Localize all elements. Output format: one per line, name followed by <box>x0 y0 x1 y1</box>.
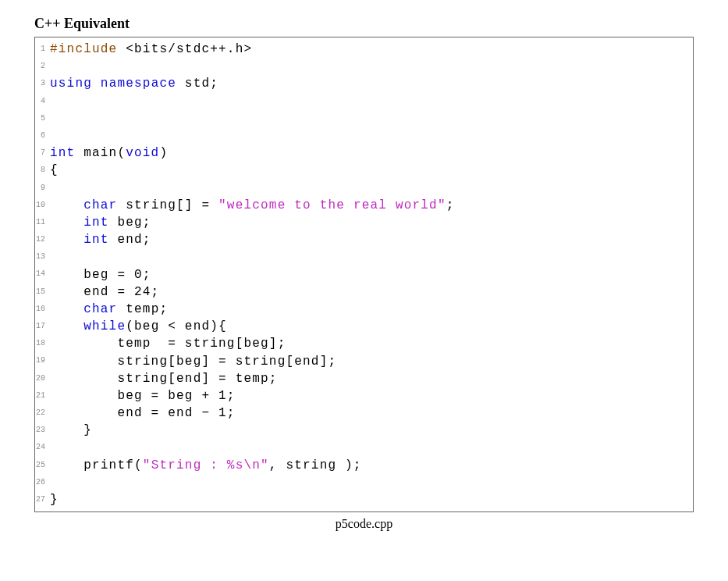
line-number: 4 <box>35 93 45 110</box>
line-number: 5 <box>35 110 45 127</box>
line-number: 6 <box>35 127 45 144</box>
code-area: #include <bits/stdc++.h> using namespace… <box>47 37 693 511</box>
line-number: 17 <box>35 318 45 335</box>
line-number: 3 <box>35 75 45 92</box>
line-number: 13 <box>35 248 45 266</box>
line-number: 7 <box>35 144 45 162</box>
line-number: 12 <box>35 231 45 248</box>
line-number: 1 <box>35 41 45 58</box>
line-number: 10 <box>35 197 45 214</box>
line-number: 26 <box>35 474 45 491</box>
line-number: 11 <box>35 214 45 231</box>
line-number: 25 <box>35 457 45 474</box>
line-number: 14 <box>35 266 45 283</box>
line-number: 23 <box>35 422 45 439</box>
line-number: 9 <box>35 180 45 197</box>
listing-caption: p5code.cpp <box>34 517 694 531</box>
line-number: 18 <box>35 335 45 352</box>
code-listing: 1234567891011121314151617181920212223242… <box>34 37 694 512</box>
line-number: 24 <box>35 439 45 456</box>
section-title: C++ Equivalent <box>34 16 694 32</box>
line-number: 16 <box>35 301 45 318</box>
line-number: 22 <box>35 405 45 422</box>
line-number: 20 <box>35 370 45 387</box>
line-number: 2 <box>35 58 45 75</box>
line-number: 19 <box>35 352 45 369</box>
line-number: 21 <box>35 387 45 405</box>
line-number: 15 <box>35 283 45 301</box>
line-number-gutter: 1234567891011121314151617181920212223242… <box>35 37 47 511</box>
line-number: 27 <box>35 491 45 508</box>
line-number: 8 <box>35 162 45 179</box>
